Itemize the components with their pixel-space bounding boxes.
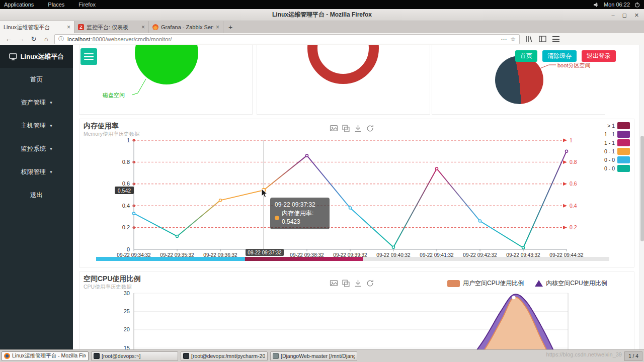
sidebars-icon[interactable]: [539, 36, 546, 42]
svg-text:0.4: 0.4: [122, 203, 130, 209]
disk-pie-labelline: [79, 45, 253, 114]
tab-0[interactable]: Linux运维管理平台×: [0, 21, 74, 33]
sidebar-item-label: 退出: [30, 191, 43, 200]
svg-text:0.8: 0.8: [122, 159, 130, 165]
monitor-icon: [9, 53, 17, 60]
window-titlebar: Linux运维管理平台 - Mozilla Firefox – ◻ ✕: [0, 9, 644, 21]
home-button[interactable]: 首页: [515, 50, 537, 62]
terminal-icon: [94, 353, 100, 359]
url-host: localhost: [67, 36, 90, 42]
power-icon[interactable]: [634, 2, 640, 8]
desktop-menu-2[interactable]: Firefox: [78, 2, 96, 8]
grafana-favicon: [152, 24, 158, 30]
svg-text:25: 25: [124, 308, 130, 314]
taskbar-window-1[interactable]: [root@devops:~]: [91, 351, 178, 361]
zabbix-favicon: Z: [78, 24, 84, 30]
svg-text:0.6: 0.6: [570, 180, 577, 187]
page-actions-icon[interactable]: ⋯: [501, 36, 507, 43]
ring-chart-panel: [257, 45, 430, 115]
library-icon[interactable]: [525, 36, 533, 42]
taskbar-window-0[interactable]: Linux运维管理平台 - Mozilla Firefox: [2, 351, 89, 361]
chevron-down-icon: ▾: [50, 146, 52, 151]
svg-text:0.2: 0.2: [122, 224, 130, 230]
peak-marker-dot: [512, 296, 516, 299]
logout-button[interactable]: 退出登录: [582, 50, 616, 62]
home-button[interactable]: ⌂: [42, 36, 51, 42]
reload-button[interactable]: ↻: [29, 36, 38, 42]
svg-text:30: 30: [124, 290, 130, 296]
sidebar-item-home[interactable]: 首页: [0, 68, 73, 91]
url-bar[interactable]: ⓘ localhost:8000/webserver/cmdb/monitor/…: [54, 34, 520, 44]
cpu-usage-chart[interactable]: 30252015: [79, 272, 635, 349]
back-button[interactable]: ←: [4, 36, 13, 42]
minimize-button[interactable]: –: [612, 12, 615, 18]
taskbar-window-label: [DjangoWeb-master [/mnt/DjangoW...: [281, 353, 355, 359]
desktop-top-bar: ApplicationsPlacesFirefox Mon 06:22: [0, 0, 644, 9]
tab-close-icon[interactable]: ×: [67, 24, 70, 31]
taskbar-window-label: Linux运维管理平台 - Mozilla Firefox: [12, 352, 86, 359]
menu-icon[interactable]: [552, 36, 559, 42]
header-actions: 首页清除缓存退出登录: [515, 50, 616, 62]
terminal-icon: [183, 353, 189, 359]
workspace-pager[interactable]: 1 / 4: [624, 351, 642, 361]
tab-2[interactable]: Grafana - Zabbix Server D×: [149, 21, 223, 33]
svg-text:0.8: 0.8: [570, 159, 577, 165]
page-scrollbar[interactable]: [639, 45, 644, 349]
tab-1[interactable]: Z监控平台: 仪表板×: [74, 21, 149, 33]
clear-cache-button[interactable]: 清除缓存: [542, 50, 577, 62]
taskbar-window-3[interactable]: [DjangoWeb-master [/mnt/DjangoW...: [270, 351, 357, 361]
desktop-clock[interactable]: Mon 06:22: [604, 2, 630, 8]
disk-free-label: 磁盘空闲: [103, 92, 125, 99]
window-list-taskbar: Linux运维管理平台 - Mozilla Firefox[root@devop…: [0, 349, 644, 362]
taskbar-window-2[interactable]: [root@devops:/mnt/pycharm-2019...: [181, 351, 268, 361]
taskbar-window-label: [root@devops:/mnt/pycharm-2019...: [191, 353, 265, 359]
disk-pie-panel: 磁盘空闲: [79, 45, 253, 115]
tab-bar: Linux运维管理平台×Z监控平台: 仪表板×Grafana - Zabbix …: [0, 21, 644, 33]
svg-text:1: 1: [570, 137, 573, 143]
svg-text:1: 1: [127, 137, 130, 143]
svg-text:20: 20: [124, 326, 130, 332]
sidebar-item-label: 权限管理: [21, 168, 46, 176]
new-tab-button[interactable]: +: [223, 21, 237, 33]
chevron-down-icon: ▾: [50, 123, 52, 128]
x-axis-pointer-label: 09-22 09:37:32: [246, 249, 284, 256]
desktop-menus: ApplicationsPlacesFirefox: [4, 2, 110, 8]
maximize-button[interactable]: ◻: [622, 12, 627, 19]
svg-text:0.6: 0.6: [122, 180, 130, 187]
desktop-menu-0[interactable]: Applications: [4, 2, 34, 8]
boot-partition-label: boot分区空间: [557, 62, 590, 69]
mouse-cursor: [261, 189, 268, 198]
bookmark-star-icon[interactable]: ☆: [510, 36, 516, 43]
tab-label: 监控平台: 仪表板: [87, 24, 139, 31]
cpu-usage-panel: 空间CPU使用比例 CPU使用率历史数据 用户空间CPU使用比例内核空间CPU使…: [79, 272, 634, 349]
tab-close-icon[interactable]: ×: [216, 24, 219, 31]
sidebar-item-logout[interactable]: 退出: [0, 184, 73, 207]
usage-ring[interactable]: [307, 45, 379, 84]
browser-toolbar: ← → ↻ ⌂ ⓘ localhost:8000/webserver/cmdb/…: [0, 33, 644, 45]
axes: 00.20.40.60.8109-22 09:34:3209-22 09:35:…: [117, 137, 584, 258]
svg-text:15: 15: [124, 345, 130, 349]
url-path: :8000/webserver/cmdb/monitor/: [91, 36, 497, 42]
forward-button[interactable]: →: [17, 36, 26, 42]
tab-close-icon[interactable]: ×: [141, 24, 145, 31]
scrollbar-thumb[interactable]: [640, 136, 644, 241]
tab-label: Grafana - Zabbix Server D: [161, 24, 213, 30]
close-button[interactable]: ✕: [634, 12, 639, 19]
volume-icon[interactable]: [593, 2, 599, 8]
app-brand: Linux运维平台: [0, 45, 73, 68]
sidebar-item-monitor[interactable]: 监控系统▾: [0, 137, 73, 160]
site-info-icon[interactable]: ⓘ: [58, 35, 64, 43]
y-axis-pointer-label: 0.542: [115, 187, 134, 194]
sidebar-item-assets[interactable]: 资产管理▾: [0, 91, 73, 114]
app-sidebar: Linux运维平台 首页资产管理▾主机管理▾监控系统▾权限管理▾退出: [0, 45, 73, 349]
sidebar-item-label: 资产管理: [21, 99, 46, 107]
datazoom-slider[interactable]: [96, 257, 609, 261]
sidebar-toggle-button[interactable]: [80, 48, 97, 65]
memory-usage-chart[interactable]: 0.20.40.60.8100.20.40.60.8109-22 09:34:3…: [79, 119, 635, 268]
app-icon: [273, 353, 279, 359]
svg-text:0.4: 0.4: [570, 203, 577, 209]
tab-label: Linux运维管理平台: [4, 24, 64, 31]
sidebar-item-hosts[interactable]: 主机管理▾: [0, 114, 73, 137]
sidebar-item-privileges[interactable]: 权限管理▾: [0, 160, 73, 184]
desktop-menu-1[interactable]: Places: [48, 2, 64, 8]
